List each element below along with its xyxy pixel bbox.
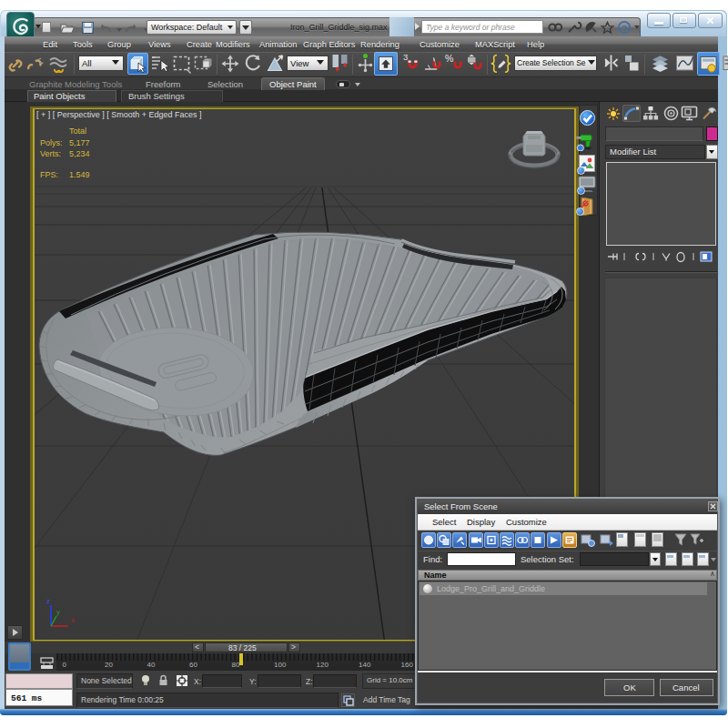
- svg-text:?: ?: [622, 23, 627, 33]
- svg-text:y: y: [56, 608, 60, 616]
- svg-text:3: 3: [403, 52, 408, 62]
- svg-text:z: z: [46, 597, 50, 605]
- svg-text:x: x: [71, 616, 75, 624]
- svg-text:%: %: [445, 53, 453, 64]
